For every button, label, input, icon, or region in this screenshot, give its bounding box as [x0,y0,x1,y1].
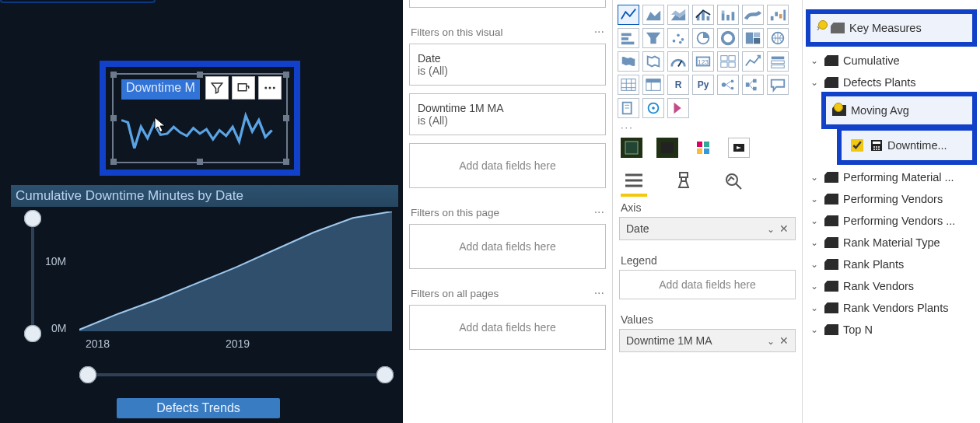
viz-combo-chart-icon[interactable] [692,5,714,25]
viz-arcgis-icon[interactable] [642,98,664,118]
selected-visual-frame[interactable]: Downtime M [112,73,288,163]
resize-handle[interactable] [110,159,117,165]
viz-stacked-bar-icon[interactable] [618,28,639,48]
viz-card-icon[interactable]: 123 [692,51,714,72]
remove-field-icon[interactable]: ✕ [779,334,789,347]
resize-handle[interactable] [110,115,117,121]
axis-field-well[interactable]: Date ⌄✕ [619,217,796,240]
more-options-icon[interactable]: ··· [594,205,604,219]
values-field-well[interactable]: Downtime 1M MA ⌄✕ [619,329,796,352]
slider-handle[interactable] [24,325,41,342]
field-table-key-measures[interactable]: › Key Measures [810,14,972,42]
viz-funnel-icon[interactable] [642,28,664,48]
field-checkbox[interactable] [851,139,863,152]
viz-waterfall-icon[interactable] [767,5,789,25]
add-filter-visual[interactable]: Add data fields here [409,143,606,188]
viz-gauge-icon[interactable] [667,51,689,72]
format-tab-icon[interactable] [670,169,697,192]
viz-qna-icon[interactable] [767,75,789,95]
svg-point-3 [273,87,275,89]
analytics-tab-icon[interactable] [720,169,747,192]
field-folder-moving-avg[interactable]: Moving Avg [826,96,972,124]
viz-decomposition-tree-icon[interactable] [742,75,764,95]
viz-slicer-icon[interactable] [767,51,789,72]
more-options-icon[interactable]: ··· [594,286,604,300]
viz-paginated-icon[interactable] [618,98,639,118]
more-options-icon[interactable]: ··· [594,25,604,39]
viz-shape-map-icon[interactable] [642,51,664,72]
folder-icon [824,237,838,248]
resize-handle[interactable] [283,115,289,121]
viz-donut-icon[interactable] [717,28,739,48]
viz-pie-icon[interactable] [692,28,714,48]
pane-tabs [618,161,797,192]
viz-table-icon[interactable] [618,75,639,95]
performance-analyzer-icon[interactable] [621,138,642,158]
get-more-visuals-icon[interactable]: ··· [618,121,797,138]
field-folder-rank-plants[interactable]: ⌄ Rank Plants [806,253,977,275]
filter-card-date[interactable]: Date is (All) [409,44,606,86]
viz-python-visual-icon[interactable]: Py [692,75,714,95]
field-folder-rank-vendors[interactable]: ⌄ Rank Vendors [806,275,977,297]
report-canvas[interactable]: Downtime M [0,0,403,423]
viz-line-chart-icon[interactable] [618,5,639,25]
x-tick: 2018 [86,337,110,350]
resize-handle[interactable] [283,159,289,165]
viz-key-influencers-icon[interactable] [717,75,739,95]
cumulative-downtime-visual[interactable]: Cumulative Downtime Minutes by Date 10M … [11,185,398,355]
viz-powerapps-icon[interactable] [667,98,689,118]
field-folder-defects-plants[interactable]: ⌄ Defects Plants [806,72,977,93]
viz-ribbon-icon[interactable] [742,5,764,25]
add-filter-page[interactable]: Add data fields here [409,224,606,269]
viz-map-icon[interactable] [767,28,789,48]
fields-tab-icon[interactable] [621,169,647,192]
remove-field-icon[interactable]: ✕ [779,222,789,235]
field-folder-cumulative[interactable]: ⌄ Cumulative [806,50,977,72]
slider-handle[interactable] [376,366,394,383]
x-range-slider[interactable] [84,373,389,376]
field-folder-rank-vendors-plants[interactable]: ⌄ Rank Vendors Plants [806,297,977,319]
viz-stacked-area-icon[interactable] [667,5,689,25]
slider-handle[interactable] [24,210,41,227]
y-range-slider[interactable] [31,216,34,336]
chevron-down-icon[interactable]: ⌄ [767,224,775,235]
selection-pane-icon[interactable] [692,138,714,158]
more-options-icon[interactable] [258,76,282,100]
viz-area-chart-icon[interactable] [642,5,664,25]
viz-scatter-icon[interactable] [667,28,689,48]
viz-filled-map-icon[interactable] [618,51,639,72]
svg-rect-67 [661,142,674,153]
field-folder-performing-vendors[interactable]: ⌄ Performing Vendors [806,188,977,210]
viz-matrix-icon[interactable] [642,75,664,95]
slider-handle[interactable] [79,366,96,383]
focus-mode-icon[interactable] [232,76,255,100]
field-folder-top-n[interactable]: ⌄ Top N [806,319,977,341]
viz-kpi-icon[interactable] [742,51,764,72]
field-folder-performing-vendors-2[interactable]: ⌄ Performing Vendors ... [806,210,977,232]
field-measure-downtime[interactable]: Downtime... [842,131,972,160]
svg-point-86 [876,149,877,150]
filter-icon[interactable] [205,76,229,100]
svg-point-83 [876,146,877,148]
calculator-icon [870,139,883,152]
resize-handle[interactable] [110,72,117,78]
defects-trends-button[interactable]: Defects Trends [117,398,280,418]
field-folder-performing-material[interactable]: ⌄ Performing Material ... [806,166,977,188]
viz-r-visual-icon[interactable]: R [667,75,689,95]
add-filter-all[interactable]: Add data fields here [409,305,606,350]
chevron-down-icon[interactable]: ⌄ [767,336,775,347]
viz-multi-card-icon[interactable] [717,51,739,72]
filter-card-downtime[interactable]: Downtime 1M MA is (All) [409,93,606,135]
resize-handle[interactable] [197,159,203,165]
y-tick: 10M [45,255,66,267]
chevron-down-icon: ⌄ [810,281,820,292]
field-folder-rank-material-type[interactable]: ⌄ Rank Material Type [806,232,977,253]
viz-combo-stacked-icon[interactable] [717,5,739,25]
resize-handle[interactable] [283,72,289,78]
bookmark-icon[interactable] [656,138,678,158]
viz-treemap-icon[interactable] [742,28,764,48]
legend-field-well[interactable]: Add data fields here [619,270,796,299]
sync-slicers-icon[interactable] [728,138,750,158]
resize-handle[interactable] [197,72,203,78]
selected-visual[interactable]: Downtime M [100,61,300,176]
